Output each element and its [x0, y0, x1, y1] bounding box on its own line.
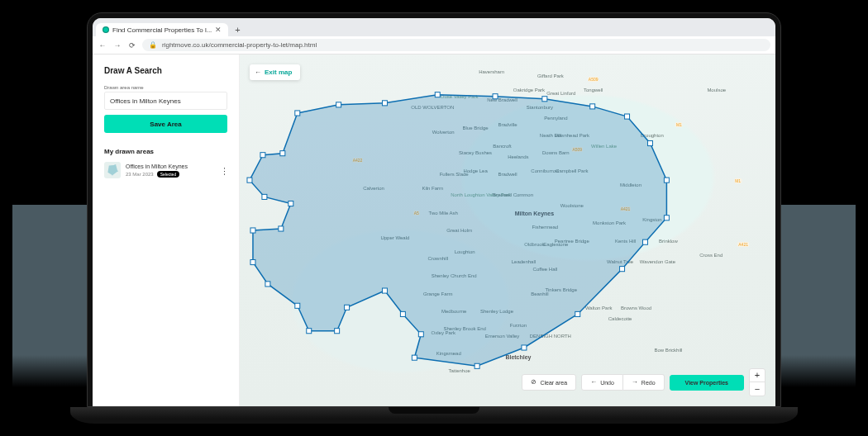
polygon-handle[interactable] — [250, 260, 255, 265]
screen-bezel: Find Commercial Properties To l... ✕ + ←… — [87, 12, 781, 407]
drawn-polygon[interactable] — [250, 95, 666, 367]
polygon-handle[interactable] — [575, 311, 580, 316]
sidebar: Draw A Search Drawn area name Save Area … — [93, 54, 240, 406]
drawn-area-item[interactable]: Offices in Milton Keynes 23 Mar 2023 Sel… — [104, 160, 227, 180]
browser-back-icon[interactable]: ← — [98, 40, 107, 50]
polygon-handle[interactable] — [625, 114, 630, 119]
browser-reload-icon[interactable]: ⟳ — [127, 40, 137, 50]
polygon-handle[interactable] — [345, 305, 350, 310]
drawn-polygon-layer[interactable] — [240, 54, 775, 406]
app-root: Draw A Search Drawn area name Save Area … — [93, 54, 775, 406]
polygon-handle[interactable] — [412, 355, 417, 360]
browser-tab-bar: Find Commercial Properties To l... ✕ + — [93, 18, 775, 36]
undo-redo-group: ←Undo →Redo — [581, 374, 664, 391]
lock-icon: 🔒 — [149, 41, 157, 49]
view-properties-button[interactable]: View Properties — [670, 375, 744, 391]
tab-title: Find Commercial Properties To l... — [112, 26, 212, 34]
zoom-control: + − — [749, 368, 765, 396]
page-title: Draw A Search — [104, 66, 227, 75]
exit-map-label: Exit map — [265, 69, 292, 76]
polygon-handle[interactable] — [664, 178, 669, 182]
exit-map-button[interactable]: ← Exit map — [250, 64, 300, 80]
area-name-input[interactable] — [104, 92, 227, 110]
polygon-handle[interactable] — [620, 267, 625, 272]
clear-area-button[interactable]: ⊘Clear area — [522, 374, 576, 391]
polygon-handle[interactable] — [382, 288, 387, 293]
polygon-handle[interactable] — [260, 153, 265, 158]
polygon-handle[interactable] — [475, 363, 479, 368]
map-pane[interactable]: HavershamGiffard ParkGreat LinfordTongwe… — [240, 54, 775, 406]
polygon-handle[interactable] — [247, 178, 252, 182]
polygon-handle[interactable] — [262, 194, 267, 199]
polygon-handle[interactable] — [289, 201, 293, 206]
polygon-handle[interactable] — [418, 332, 423, 337]
polygon-handle[interactable] — [265, 282, 270, 287]
area-name-label: Drawn area name — [104, 85, 227, 90]
polygon-handle[interactable] — [664, 216, 669, 220]
laptop-base — [70, 407, 798, 424]
undo-label: Undo — [600, 380, 614, 386]
map-toolbar: ⊘Clear area ←Undo →Redo View Properties … — [522, 368, 765, 396]
polygon-handle[interactable] — [336, 102, 341, 107]
clear-area-label: Clear area — [540, 380, 567, 386]
screen: Find Commercial Properties To l... ✕ + ←… — [93, 18, 775, 406]
polygon-handle[interactable] — [590, 104, 595, 109]
browser-forward-icon[interactable]: → — [112, 40, 122, 50]
polygon-handle[interactable] — [250, 228, 255, 233]
tab-favicon — [103, 26, 109, 33]
polygon-handle[interactable] — [493, 94, 498, 99]
area-thumbnail — [104, 162, 121, 178]
address-bar-input[interactable]: 🔒 rightmove.co.uk/commercial-property-to… — [142, 39, 770, 51]
polygon-handle[interactable] — [307, 329, 312, 334]
browser-tab[interactable]: Find Commercial Properties To l... ✕ — [96, 23, 228, 36]
my-areas-heading: My drawn areas — [104, 148, 227, 155]
address-url: rightmove.co.uk/commercial-property-to-l… — [162, 41, 317, 49]
polygon-handle[interactable] — [435, 92, 440, 97]
polygon-handle[interactable] — [335, 329, 340, 334]
zoom-in-button[interactable]: + — [750, 369, 765, 382]
polygon-handle[interactable] — [542, 97, 547, 102]
polygon-handle[interactable] — [280, 151, 285, 156]
back-arrow-icon: ← — [255, 69, 261, 76]
polygon-handle[interactable] — [382, 101, 387, 106]
laptop-mockup: Find Commercial Properties To l... ✕ + ←… — [87, 12, 781, 424]
save-area-button[interactable]: Save Area — [104, 115, 227, 133]
polygon-handle[interactable] — [400, 311, 405, 316]
polygon-handle[interactable] — [522, 345, 527, 350]
polygon-handle[interactable] — [295, 303, 300, 308]
close-tab-icon[interactable]: ✕ — [215, 26, 222, 34]
polygon-handle[interactable] — [642, 239, 647, 244]
polygon-handle[interactable] — [295, 111, 300, 116]
undo-arrow-icon: ← — [590, 379, 597, 386]
browser-address-row: ← → ⟳ 🔒 rightmove.co.uk/commercial-prope… — [93, 36, 775, 54]
redo-label: Redo — [641, 380, 656, 386]
new-tab-button[interactable]: + — [230, 25, 245, 36]
redo-arrow-icon: → — [632, 379, 638, 386]
polygon-handle[interactable] — [647, 140, 652, 145]
area-item-title: Offices in Milton Keynes — [126, 164, 214, 169]
redo-button[interactable]: →Redo — [623, 374, 665, 391]
zoom-out-button[interactable]: − — [750, 382, 765, 396]
trackpad-notch — [389, 407, 479, 414]
kebab-menu-icon[interactable]: ⋯ — [218, 166, 229, 174]
undo-button[interactable]: ←Undo — [581, 374, 623, 391]
area-item-badge: Selected — [157, 171, 179, 178]
clear-icon: ⊘ — [531, 379, 537, 386]
area-item-date: 23 Mar 2023 — [126, 172, 154, 177]
area-meta: Offices in Milton Keynes 23 Mar 2023 Sel… — [126, 164, 214, 178]
polygon-handle[interactable] — [279, 226, 284, 231]
